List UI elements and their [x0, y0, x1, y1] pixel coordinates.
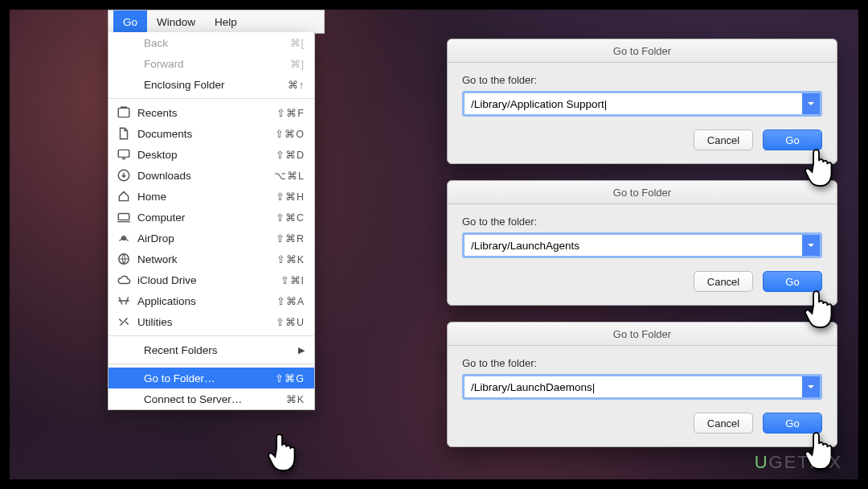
computer-icon: [117, 210, 131, 224]
menu-computer[interactable]: Computer ⇧⌘C: [108, 207, 314, 228]
svg-rect-1: [118, 150, 129, 157]
go-button[interactable]: Go: [763, 129, 822, 150]
dialog-title: Go to Folder: [448, 323, 837, 346]
applications-icon: [117, 294, 131, 308]
goto-dialog-3: Go to Folder Go to the folder: Cancel Go: [447, 322, 837, 447]
menu-home[interactable]: Home ⇧⌘H: [108, 186, 314, 207]
menu-back: Back ⌘[: [108, 32, 314, 53]
path-combobox[interactable]: [462, 232, 822, 258]
desktop-icon: [117, 147, 131, 162]
menu-enclosing-folder[interactable]: Enclosing Folder ⌘↑: [108, 74, 314, 95]
downloads-icon: [117, 168, 131, 183]
menu-desktop[interactable]: Desktop ⇧⌘D: [108, 144, 314, 165]
goto-dialog-2: Go to Folder Go to the folder: Cancel Go: [447, 180, 837, 306]
combo-drop-icon[interactable]: [802, 235, 820, 256]
menu-icloud[interactable]: iCloud Drive ⇧⌘I: [108, 269, 314, 290]
home-icon: [117, 189, 131, 203]
svg-rect-3: [118, 214, 129, 220]
recents-icon: [117, 105, 131, 120]
menu-go[interactable]: Go: [113, 10, 147, 33]
menu-airdrop[interactable]: AirDrop ⇧⌘R: [108, 228, 314, 249]
menu-connect-to-server[interactable]: Connect to Server… ⌘K: [108, 388, 314, 409]
menu-go-to-folder[interactable]: Go to Folder… ⇧⌘G: [108, 368, 314, 388]
menu-downloads[interactable]: Downloads ⌥⌘L: [108, 165, 314, 186]
go-button[interactable]: Go: [763, 271, 822, 292]
svg-rect-0: [118, 108, 129, 117]
path-input[interactable]: [465, 93, 802, 114]
path-combobox[interactable]: [462, 91, 822, 117]
documents-icon: [117, 126, 131, 141]
utilities-icon: [117, 314, 131, 329]
path-combobox[interactable]: [462, 374, 822, 400]
menu-recents[interactable]: Recents ⇧⌘F: [108, 102, 314, 123]
menu-network[interactable]: Network ⇧⌘K: [108, 249, 314, 269]
menu-documents[interactable]: Documents ⇧⌘O: [108, 123, 314, 144]
submenu-arrow-icon: ▶: [298, 345, 305, 355]
go-menu-dropdown: Back ⌘[ Forward ⌘] Enclosing Folder ⌘↑ R…: [108, 32, 315, 410]
watermark: UGETFIX: [755, 452, 842, 473]
menubar: Go Window Help: [108, 10, 325, 34]
combo-drop-icon[interactable]: [802, 93, 820, 114]
combo-drop-icon[interactable]: [802, 376, 820, 397]
icloud-icon: [117, 273, 131, 287]
menu-window[interactable]: Window: [147, 10, 205, 33]
network-icon: [117, 252, 131, 266]
airdrop-icon: [117, 231, 131, 245]
menu-help[interactable]: Help: [205, 10, 247, 33]
cursor-hand-icon: [264, 429, 301, 475]
dialog-title: Go to Folder: [448, 181, 837, 204]
cancel-button[interactable]: Cancel: [694, 129, 753, 150]
path-input[interactable]: [465, 376, 802, 397]
dialog-prompt: Go to the folder:: [462, 74, 822, 86]
menu-applications[interactable]: Applications ⇧⌘A: [108, 290, 314, 311]
cancel-button[interactable]: Cancel: [694, 271, 753, 292]
path-input[interactable]: [465, 235, 802, 256]
menu-forward: Forward ⌘]: [108, 53, 314, 74]
menu-utilities[interactable]: Utilities ⇧⌘U: [108, 311, 314, 332]
cancel-button[interactable]: Cancel: [694, 413, 753, 434]
dialog-prompt: Go to the folder:: [462, 216, 822, 228]
goto-dialog-1: Go to Folder Go to the folder: Cancel Go: [447, 39, 837, 164]
dialog-title: Go to Folder: [448, 39, 837, 63]
dialog-prompt: Go to the folder:: [462, 357, 822, 369]
go-button[interactable]: Go: [763, 413, 822, 434]
menu-recent-folders[interactable]: Recent Folders ▶: [108, 339, 314, 360]
